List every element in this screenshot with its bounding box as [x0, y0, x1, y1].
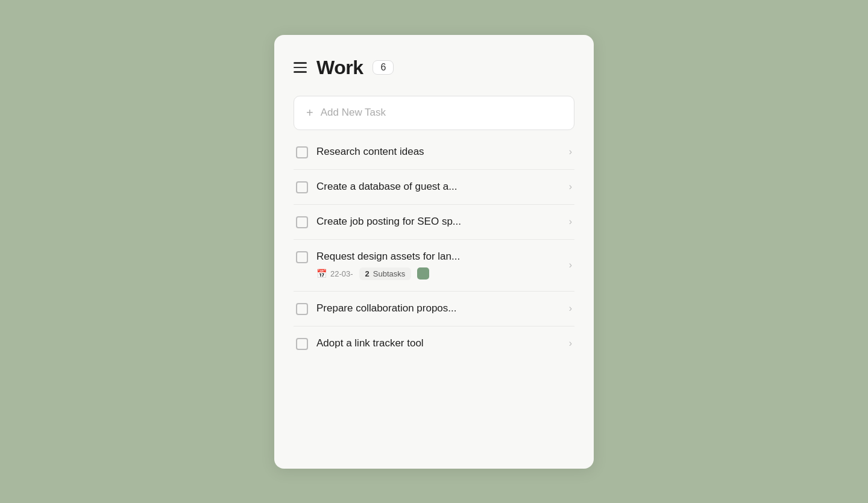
plus-icon: +	[306, 106, 313, 120]
task-card: Work 6 + Add New Task Research content i…	[274, 35, 594, 469]
task-content: Request design assets for lan... 📅 22-03…	[316, 251, 564, 280]
task-item[interactable]: Create a database of guest a... ›	[294, 170, 574, 205]
add-task-button[interactable]: + Add New Task	[294, 96, 574, 130]
task-item[interactable]: Research content ideas ›	[294, 135, 574, 170]
task-meta: 📅 22-03- 2 Subtasks	[316, 267, 564, 280]
task-item[interactable]: Prepare collaboration propos... ›	[294, 292, 574, 326]
chevron-right-icon: ›	[569, 216, 572, 227]
task-item[interactable]: Create job posting for SEO sp... ›	[294, 205, 574, 240]
task-content: Research content ideas	[316, 146, 564, 158]
task-checkbox[interactable]	[296, 251, 308, 263]
color-indicator	[417, 267, 429, 280]
task-content: Create a database of guest a...	[316, 181, 564, 193]
task-checkbox[interactable]	[296, 216, 308, 228]
add-task-label: Add New Task	[321, 107, 386, 119]
task-item[interactable]: Request design assets for lan... 📅 22-03…	[294, 240, 574, 292]
task-date: 📅 22-03-	[316, 269, 353, 278]
task-content: Adopt a link tracker tool	[316, 337, 564, 349]
chevron-right-icon: ›	[569, 338, 572, 349]
task-checkbox[interactable]	[296, 303, 308, 315]
subtasks-badge: 2 Subtasks	[359, 267, 412, 280]
calendar-icon: 📅	[316, 269, 327, 278]
task-checkbox[interactable]	[296, 181, 308, 193]
chevron-right-icon: ›	[569, 303, 572, 314]
task-name: Create a database of guest a...	[316, 181, 457, 192]
task-content: Create job posting for SEO sp...	[316, 216, 564, 228]
task-name: Create job posting for SEO sp...	[316, 216, 461, 227]
task-name: Prepare collaboration propos...	[316, 302, 456, 314]
chevron-right-icon: ›	[569, 146, 572, 157]
task-name: Adopt a link tracker tool	[316, 337, 424, 349]
task-content: Prepare collaboration propos...	[316, 302, 564, 314]
date-value: 22-03-	[330, 269, 353, 278]
task-name: Research content ideas	[316, 146, 424, 157]
card-header: Work 6	[294, 57, 574, 79]
menu-icon[interactable]	[294, 62, 307, 73]
page-title: Work	[316, 57, 363, 79]
task-item[interactable]: Adopt a link tracker tool ›	[294, 326, 574, 361]
subtasks-label: Subtasks	[373, 269, 405, 278]
task-name: Request design assets for lan...	[316, 251, 460, 262]
task-count-badge: 6	[373, 60, 394, 75]
task-checkbox[interactable]	[296, 146, 308, 158]
task-list: Research content ideas › Create a databa…	[294, 135, 574, 361]
chevron-right-icon: ›	[569, 181, 572, 192]
task-checkbox[interactable]	[296, 338, 308, 350]
chevron-right-icon: ›	[569, 260, 572, 270]
subtasks-count: 2	[365, 269, 370, 278]
